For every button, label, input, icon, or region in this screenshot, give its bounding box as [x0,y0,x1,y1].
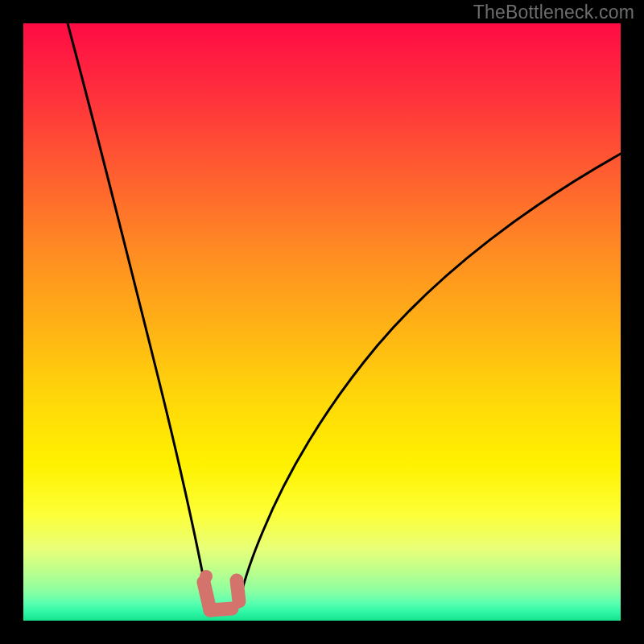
curve-overlay [23,23,621,621]
plot-area [23,23,621,621]
curve-right [240,154,621,599]
chart-frame: TheBottleneck.com [0,0,644,644]
marker-stroke-bottom [210,609,232,610]
curve-left [68,23,209,599]
marker-stroke-right [237,580,239,601]
watermark-text: TheBottleneck.com [473,2,634,23]
